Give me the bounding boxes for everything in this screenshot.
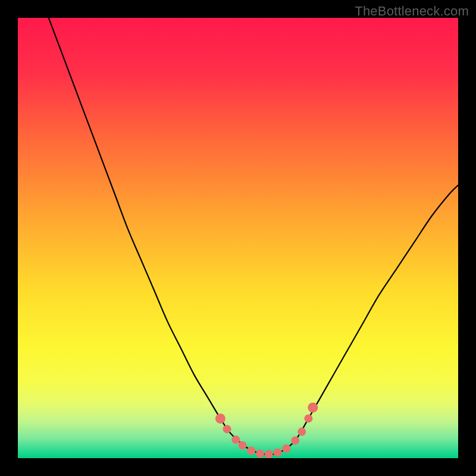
highlight-beads: [215, 402, 318, 458]
chart-frame: TheBottleneck.com: [0, 0, 476, 476]
bead: [247, 446, 255, 455]
bead: [308, 402, 318, 412]
curve-layer: [18, 18, 458, 458]
bead: [304, 414, 312, 422]
bottleneck-curve: [49, 18, 458, 455]
bead: [238, 441, 246, 450]
bead: [215, 414, 226, 424]
bead: [223, 425, 231, 433]
bead: [265, 450, 273, 458]
bead: [291, 436, 299, 444]
plot-area: [18, 18, 458, 458]
bead: [298, 428, 306, 436]
watermark-text: TheBottleneck.com: [355, 4, 469, 19]
bead: [231, 436, 240, 444]
bead: [256, 450, 264, 458]
bead: [274, 448, 282, 456]
bead: [282, 444, 290, 453]
